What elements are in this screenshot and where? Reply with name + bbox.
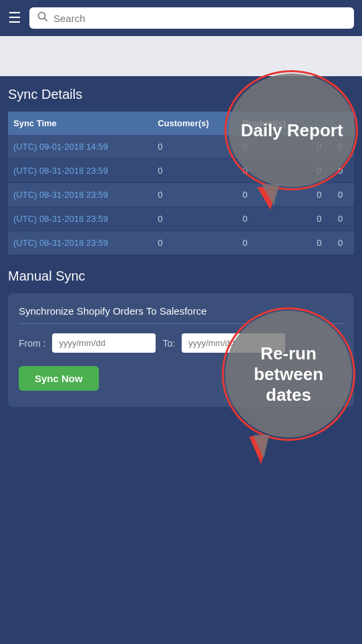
col-customers: Customer(s) <box>152 112 237 135</box>
cell-products: 0 <box>237 231 311 255</box>
sync-form-title: Synchronize Shopify Orders To Salesforce <box>19 305 343 324</box>
hamburger-icon[interactable]: ☰ <box>8 9 21 27</box>
cell-products: 0 <box>237 135 311 159</box>
cell-customers: 0 <box>152 183 237 207</box>
table-row: (UTC) 09-01-2018 14:59 0 0 0 0 <box>8 135 354 159</box>
col-products: Product(s) <box>237 112 311 135</box>
col-extra2 <box>333 112 354 135</box>
main-content: Sync Details Sync Time Customer(s) Produ… <box>0 76 362 418</box>
cell-col4: 0 <box>333 207 354 231</box>
table-row: (UTC) 08-31-2018 23:59 0 0 0 0 <box>8 207 354 231</box>
col-sync-time: Sync Time <box>8 112 152 135</box>
cell-col4: 0 <box>333 183 354 207</box>
header: ☰ <box>0 0 362 36</box>
cell-sync-time: (UTC) 08-31-2018 23:59 <box>8 207 152 231</box>
from-label: From : <box>19 338 45 349</box>
table-row: (UTC) 08-31-2018 23:59 0 0 0 0 <box>8 231 354 255</box>
manual-sync-section: Manual Sync Synchronize Shopify Orders T… <box>8 269 354 407</box>
banner <box>0 36 362 76</box>
sync-details-title: Sync Details <box>8 87 354 102</box>
cell-col3: 0 <box>311 135 333 159</box>
cell-customers: 0 <box>152 159 237 183</box>
to-date-input[interactable] <box>182 333 285 353</box>
col-extra1 <box>311 112 333 135</box>
table-header-row: Sync Time Customer(s) Product(s) <box>8 112 354 135</box>
cell-col4: 0 <box>333 159 354 183</box>
cell-col3: 0 <box>311 231 333 255</box>
cell-sync-time: (UTC) 08-31-2018 23:59 <box>8 159 152 183</box>
cell-col4: 0 <box>333 231 354 255</box>
cell-customers: 0 <box>152 135 237 159</box>
cell-sync-time: (UTC) 09-01-2018 14:59 <box>8 135 152 159</box>
cell-products: 0 <box>237 183 311 207</box>
cell-col3: 0 <box>311 183 333 207</box>
from-date-input[interactable] <box>52 333 156 353</box>
table-row: (UTC) 08-31-2018 23:59 0 0 0 0 <box>8 159 354 183</box>
sync-now-button[interactable]: Sync Now <box>19 366 99 391</box>
sync-table: Sync Time Customer(s) Product(s) (UTC) 0… <box>8 112 354 255</box>
search-bar[interactable] <box>29 7 354 29</box>
to-label: To: <box>162 338 175 349</box>
cell-products: 0 <box>237 159 311 183</box>
cell-col4: 0 <box>333 135 354 159</box>
cell-col3: 0 <box>311 159 333 183</box>
table-row: (UTC) 08-31-2018 23:59 0 0 0 0 <box>8 183 354 207</box>
search-input[interactable] <box>53 13 346 24</box>
svg-line-1 <box>44 18 47 21</box>
cell-customers: 0 <box>152 231 237 255</box>
cell-products: 0 <box>237 207 311 231</box>
cell-sync-time: (UTC) 08-31-2018 23:59 <box>8 183 152 207</box>
sync-details-section: Sync Details Sync Time Customer(s) Produ… <box>8 87 354 255</box>
date-form-row: From : To: <box>19 333 343 353</box>
manual-sync-title: Manual Sync <box>8 269 354 284</box>
cell-customers: 0 <box>152 207 237 231</box>
cell-col3: 0 <box>311 207 333 231</box>
sync-form-box: Synchronize Shopify Orders To Salesforce… <box>8 293 354 407</box>
search-icon <box>37 11 48 25</box>
cell-sync-time: (UTC) 08-31-2018 23:59 <box>8 231 152 255</box>
